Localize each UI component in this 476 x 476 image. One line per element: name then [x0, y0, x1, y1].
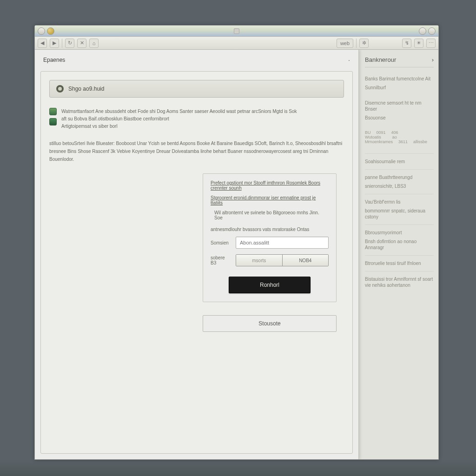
banner-text: Shgo ao9.huid [68, 86, 104, 92]
refresh-icon[interactable]: ↯ [402, 39, 411, 48]
name-label: Somsien [211, 240, 231, 245]
main-dialog: Epaenes · Shgo ao9.huid Watmsrttanfaort … [35, 50, 359, 459]
rp-item: bommomnrr snpatc, sideraua cstony [365, 208, 434, 220]
close-icon[interactable]: · [348, 56, 350, 64]
info-icon [56, 85, 64, 93]
search-box[interactable]: web [337, 39, 353, 48]
name-input[interactable] [236, 237, 329, 249]
info-line: Watmsrttanfaort Ane sbussdeht obet Fode … [61, 108, 297, 115]
format-toggle[interactable]: msorts NOB4 [236, 254, 329, 266]
window-body: Banknerour › Banks Barimat fumenctcolne … [35, 50, 438, 459]
titlebar [35, 26, 438, 37]
rp-table-row: BU0091406 [365, 130, 434, 135]
form-header: antnesmdlouhr bvassors vats mratoraske O… [211, 227, 329, 232]
chevron-right-icon[interactable]: › [432, 56, 434, 63]
rp-item: Btroruelie tessi tiruif Ifnloen [365, 260, 434, 266]
browser-window: ◀ ▶ ↻ ✕ ⌂ web ✲ ↯ ☀ ⋯ Banknerour › Banks… [34, 25, 439, 460]
sun-icon[interactable]: ☀ [414, 39, 423, 48]
shield-icon [49, 118, 57, 126]
stop-button[interactable]: ✕ [77, 39, 86, 48]
info-line: aft su Bobva Baif.otistbosklun Biastboe … [61, 115, 297, 123]
info-line: Artigtoipemsat vs siber borl [61, 123, 297, 130]
back-button[interactable]: ◀ [38, 39, 47, 48]
rp-item: panne Buathrtteerungd [365, 174, 434, 180]
option-link-1[interactable]: Prefect ogstiont mor Stooff imthnron Ros… [211, 180, 329, 191]
reload-button[interactable]: ↻ [65, 39, 74, 48]
description-paragraph: stilluo betouSrteri Ilvie Blueater: Boob… [49, 139, 344, 163]
secondary-action-button[interactable]: Stousote [203, 315, 337, 332]
rp-table-row: Mrnoenkrames3611allissbe [365, 139, 434, 144]
right-panel-title: Banknerour [365, 56, 396, 63]
dialog-frame: Shgo ao9.huid Watmsrttanfaort Ane sbussd… [40, 71, 353, 454]
format-option-b[interactable]: NOB4 [282, 255, 329, 266]
rp-item: Disemcne semsort ht te nm Bnser [365, 100, 434, 112]
save-label: sobere B3 [211, 255, 231, 265]
right-panel: Banknerour › Banks Barimat fumenctcolne … [360, 50, 438, 459]
form-card: Prefect ogstiont mor Stooff imthnron Ros… [203, 173, 337, 302]
toolbar: ◀ ▶ ↻ ✕ ⌂ web ✲ ↯ ☀ ⋯ [35, 37, 438, 50]
home-button[interactable]: ⌂ [89, 39, 99, 48]
more-icon[interactable]: ⋯ [426, 39, 436, 48]
format-option-a[interactable]: msorts [236, 255, 282, 266]
rp-item: Bbrousrmyorimort [365, 230, 434, 236]
window-minimize-button[interactable] [47, 27, 54, 35]
rp-item: snieronsichitr, LBS3 [365, 183, 434, 189]
rp-item: Bsouonse [365, 115, 434, 121]
toolbar-separator-2 [356, 39, 357, 48]
form-hint: Wil altronternt ve svinete bo Bitgoroeoo… [214, 210, 329, 220]
rp-item: Soahisournalie rem [365, 159, 434, 165]
toolbar-separator [62, 39, 62, 48]
rp-item: Vau'Bnbf'ermn lis [365, 199, 434, 205]
title-mark-icon [234, 28, 239, 34]
status-banner: Shgo ao9.huid [49, 80, 344, 98]
rp-table-row: Wutoatisao [365, 135, 434, 139]
window-close-button[interactable] [38, 27, 45, 35]
rp-item: Bnsh dofirntion ao nonao Annaragr [365, 238, 434, 251]
window-maximize-button[interactable] [419, 27, 426, 35]
rp-item: Banks Barimat fumenctcolne Ait [365, 76, 434, 82]
primary-action-button[interactable]: Ronhorl [229, 277, 311, 293]
gear-icon[interactable]: ✲ [359, 39, 369, 48]
option-link-2[interactable]: Stgroorent eronid.dinmmorar iser emnatin… [211, 195, 329, 205]
window-aux-button[interactable] [428, 27, 436, 35]
shield-icon [49, 108, 57, 115]
forward-button[interactable]: ▶ [50, 39, 59, 48]
rp-item: Bistauissi tror Amnlfornnt sf soart vie … [365, 276, 434, 288]
rp-item: Sunnilburf [365, 85, 434, 91]
dialog-title: Epaenes [43, 57, 65, 63]
